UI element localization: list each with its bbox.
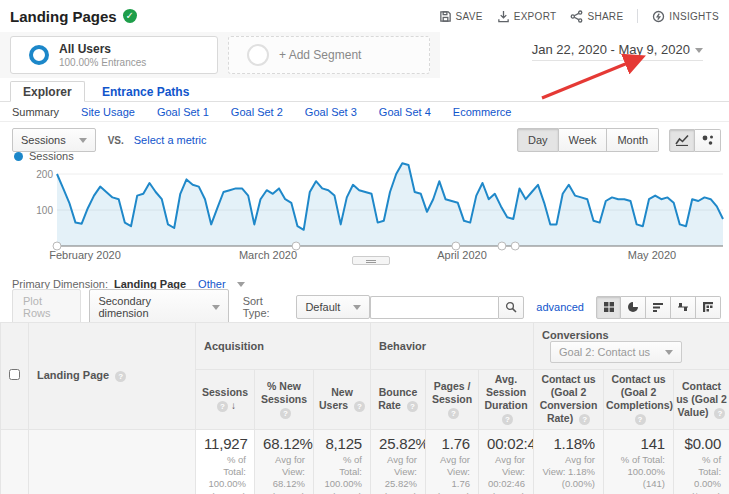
share-label: SHARE xyxy=(587,11,623,22)
subnav-goal-set-3[interactable]: Goal Set 3 xyxy=(305,106,357,118)
line-chart-button[interactable] xyxy=(669,129,695,152)
subnav-goal-set-1[interactable]: Goal Set 1 xyxy=(157,106,209,118)
help-icon[interactable]: ? xyxy=(217,401,228,412)
sort-type-select[interactable]: Default xyxy=(296,295,370,319)
column-header[interactable]: Avg. Session Duration ? xyxy=(479,370,534,430)
timeline-scrollbar[interactable] xyxy=(352,256,390,265)
column-header[interactable]: Sessions ?↓ xyxy=(196,370,255,430)
totals-cell: 25.82%Avg for View: 25.82% (0.00%) xyxy=(371,429,426,494)
totals-value: 00:02:46 xyxy=(487,435,525,452)
sort-type-value: Default xyxy=(305,301,340,313)
table-group-header-row: Landing Page ?AcquisitionBehaviorConvers… xyxy=(1,323,729,370)
granularity-month-button[interactable]: Month xyxy=(607,128,659,152)
help-icon[interactable]: ? xyxy=(354,401,365,412)
landing-page-header[interactable]: Landing Page ? xyxy=(29,323,196,430)
date-range-text: Jan 22, 2020 - May 9, 2020 xyxy=(532,42,690,57)
search-button[interactable] xyxy=(498,296,524,319)
subnav-goal-set-2[interactable]: Goal Set 2 xyxy=(231,106,283,118)
sessions-chart-svg: 100200February 2020March 2020April 2020M… xyxy=(0,160,729,264)
search-wrap xyxy=(370,296,524,319)
column-header[interactable]: Contact us (Goal 2 Conversion Rate) ? xyxy=(534,370,604,430)
select-all-cell xyxy=(1,323,29,430)
save-button[interactable]: SAVE xyxy=(439,10,483,23)
sort-desc-icon[interactable]: ↓ xyxy=(231,400,236,411)
divider xyxy=(0,121,729,122)
subnav-site-usage[interactable]: Site Usage xyxy=(81,106,135,118)
granularity-group: Day Week Month xyxy=(517,128,659,152)
advanced-search-link[interactable]: advanced xyxy=(536,301,584,313)
tabs-row: Explorer Entrance Paths xyxy=(0,82,729,102)
column-header[interactable]: Bounce Rate ? xyxy=(371,370,426,430)
view-percentage-button[interactable] xyxy=(621,296,646,319)
totals-subtext: % of Total: 100.00% (11,927) xyxy=(204,454,246,494)
tab-explorer[interactable]: Explorer xyxy=(10,81,85,102)
help-icon[interactable]: ? xyxy=(448,408,459,419)
help-icon[interactable]: ? xyxy=(407,401,418,412)
table-toolbar: Plot Rows Secondary dimension Sort Type:… xyxy=(12,294,721,320)
subnav-summary[interactable]: Summary xyxy=(12,106,59,118)
totals-value: 141 xyxy=(612,435,665,452)
sessions-area xyxy=(57,163,723,246)
column-header[interactable]: Contact us (Goal 2 Value) ? xyxy=(674,370,729,430)
segment-all-users[interactable]: All Users 100.00% Entrances xyxy=(10,36,218,74)
select-a-metric-link[interactable]: Select a metric xyxy=(134,134,207,146)
table-view-icon xyxy=(603,301,615,313)
search-input[interactable] xyxy=(370,296,498,319)
bars-view-icon xyxy=(652,301,664,313)
subnav-ecommerce[interactable]: Ecommerce xyxy=(453,106,512,118)
column-header[interactable]: % New Sessions ? xyxy=(255,370,314,430)
subnav-goal-set-4[interactable]: Goal Set 4 xyxy=(379,106,431,118)
help-icon[interactable]: ? xyxy=(502,414,513,425)
export-button[interactable]: EXPORT xyxy=(497,10,557,23)
chevron-down-icon xyxy=(79,138,87,143)
timeline-handle[interactable] xyxy=(511,242,519,250)
insights-label: INSIGHTS xyxy=(669,11,719,22)
granularity-week-button[interactable]: Week xyxy=(559,128,608,152)
help-icon[interactable]: ? xyxy=(579,414,590,425)
insights-button[interactable]: INSIGHTS xyxy=(652,10,719,23)
y-axis-tick-label: 200 xyxy=(36,169,53,180)
date-range-selector[interactable]: Jan 22, 2020 - May 9, 2020 xyxy=(532,42,703,61)
metric-select[interactable]: Sessions xyxy=(12,128,96,152)
header-bar: Landing Pages ✓ SAVE EXPORT SHARE INSIGH… xyxy=(0,0,729,32)
column-header[interactable]: Contact us (Goal 2 Completions) ? xyxy=(604,370,674,430)
share-button[interactable]: SHARE xyxy=(570,10,623,23)
secondary-dimension-label: Secondary dimension xyxy=(98,295,198,319)
column-header[interactable]: Pages / Session ? xyxy=(426,370,479,430)
totals-cell: 8,125% of Total: 100.00% (8,125) xyxy=(314,429,371,494)
add-segment-button[interactable]: + Add Segment xyxy=(228,36,430,74)
view-comparison-button[interactable] xyxy=(671,296,696,319)
granularity-day-button[interactable]: Day xyxy=(517,128,559,152)
totals-value: 1.18% xyxy=(542,435,595,452)
x-axis-month-label: March 2020 xyxy=(239,249,297,261)
totals-subtext: Avg for View: 25.82% (0.00%) xyxy=(379,454,417,494)
chevron-down-icon xyxy=(665,350,673,355)
totals-value: 8,125 xyxy=(322,435,362,452)
tab-entrance-paths[interactable]: Entrance Paths xyxy=(102,81,189,102)
motion-chart-button[interactable] xyxy=(695,129,721,152)
goal-selector[interactable]: Goal 2: Contact us xyxy=(550,341,682,363)
group-header-conversions: ConversionsGoal 2: Contact us xyxy=(534,323,729,370)
totals-subtext: % of Total: 100.00% (141) xyxy=(612,454,665,491)
help-icon[interactable]: ? xyxy=(714,408,725,419)
view-table-button[interactable] xyxy=(596,296,621,319)
help-icon[interactable]: ? xyxy=(635,414,646,425)
totals-cell: 11,927% of Total: 100.00% (11,927) xyxy=(196,429,255,494)
plot-rows-button[interactable]: Plot Rows xyxy=(12,289,81,325)
view-pivot-button[interactable] xyxy=(696,296,721,319)
export-icon xyxy=(497,10,510,23)
select-all-checkbox[interactable] xyxy=(9,369,20,380)
secondary-dimension-button[interactable]: Secondary dimension xyxy=(89,289,228,325)
add-segment-ring-icon xyxy=(247,44,269,66)
column-header[interactable]: New Users ? xyxy=(314,370,371,430)
totals-cell: 1.76Avg for View: 1.76 (0.00%) xyxy=(426,429,479,494)
chevron-down-icon xyxy=(695,48,703,53)
help-icon[interactable]: ? xyxy=(115,371,126,382)
share-icon xyxy=(570,10,583,23)
timeline-handle[interactable] xyxy=(498,242,506,250)
segment-name: All Users xyxy=(59,42,146,56)
sort-type-label: Sort Type: xyxy=(243,295,291,319)
subnav: Summary Site Usage Goal Set 1 Goal Set 2… xyxy=(12,103,729,121)
view-performance-button[interactable] xyxy=(646,296,671,319)
help-icon[interactable]: ? xyxy=(280,408,291,419)
